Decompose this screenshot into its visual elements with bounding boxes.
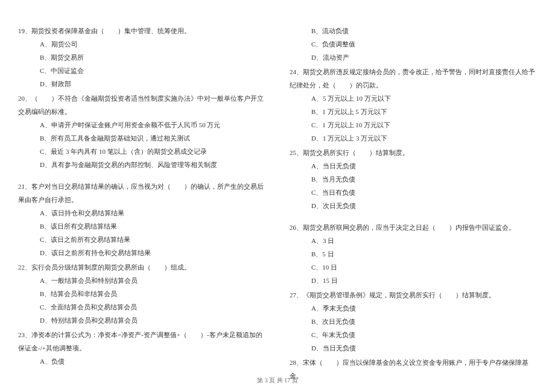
option-a: A、3 日 <box>290 234 537 247</box>
option-b: B、流动负债 <box>290 24 537 37</box>
question-text: 22、实行会员分级结算制度的期货交易所由（ ）组成。 <box>18 261 265 274</box>
question-21: 21、客户对当日交易结算结果的确认，应当视为对（ ）的确认，所产生的交易后果由客… <box>18 180 265 259</box>
option-a: A、负债 <box>18 355 265 368</box>
option-c: C、全面结算会员和交易结算会员 <box>18 300 265 314</box>
spacer <box>290 213 537 221</box>
question-25: 25、期货交易所实行（ ）结算制度。 A、当日无负债 B、当月无负债 C、当日有… <box>290 146 537 212</box>
question-24: 24、期货交易所违反规定接纳会员的，责令改正，给予警告，同时对直接责任人给予纪律… <box>290 65 537 145</box>
option-d: D、当日无负债 <box>290 341 537 355</box>
option-c: C、10 日 <box>290 261 537 274</box>
option-b: B、该日所有交易结算结果 <box>18 220 265 233</box>
option-a: A、当日无负债 <box>290 159 537 172</box>
question-text: 21、客户对当日交易结算结果的确认，应当视为对（ ）的确认，所产生的交易后果由客… <box>18 180 265 206</box>
option-a: A、一般结算会员和特别结算会员 <box>18 274 265 287</box>
option-c: C、1 万元以上 10 万元以下 <box>290 118 537 131</box>
option-d: D、特别结算会员和交易结算会员 <box>18 314 265 327</box>
spacer <box>18 172 265 180</box>
question-23-continued: B、流动负债 C、负债调整值 D、流动资产 <box>290 24 537 64</box>
question-19: 19、期货投资者保障基金由（ ）集中管理、统筹使用。 A、期货公司 B、期货交易… <box>18 24 265 90</box>
question-23: 23、净资本的计算公式为：净资本=净资产-资产调整值+（ ）-客户未足额追加的保… <box>18 328 265 368</box>
option-d: D、财政部 <box>18 77 265 90</box>
option-a: A、期货公司 <box>18 37 265 51</box>
page-content: 19、期货投资者保障基金由（ ）集中管理、统筹使用。 A、期货公司 B、期货交易… <box>0 0 555 390</box>
option-c: C、最近 3 年内具有 10 笔以上（含）的期货交易成交记录 <box>18 145 265 158</box>
option-d: D、该日之前所有持仓和交易结算结果 <box>18 246 265 259</box>
question-text: 23、净资本的计算公式为：净资本=净资产-资产调整值+（ ）-客户未足额追加的保… <box>18 328 265 355</box>
right-column: B、流动负债 C、负债调整值 D、流动资产 24、期货交易所违反规定接纳会员的，… <box>290 24 537 384</box>
option-b: B、1 万元以上 5 万元以下 <box>290 105 537 118</box>
question-27: 27、《期货交易管理条例》规定，期货交易所实行（ ）结算制度。 A、季末无负债 … <box>290 288 537 355</box>
option-d: D、具有参与金融期货交易的内部控制、风险管理等相关制度 <box>18 158 265 171</box>
option-d: D、15 日 <box>290 274 537 287</box>
option-a: A、5 万元以上 10 万元以下 <box>290 92 537 105</box>
option-c: C、中国证监会 <box>18 64 265 77</box>
page-footer: 第 3 页 共 17 页 <box>0 376 555 385</box>
question-26: 26、期货交易所联网交易的，应当于决定之日起（ ）内报告中国证监会。 A、3 日… <box>290 221 537 287</box>
option-c: C、当日有负债 <box>290 186 537 199</box>
question-text: 26、期货交易所联网交易的，应当于决定之日起（ ）内报告中国证监会。 <box>290 221 537 234</box>
option-b: B、次日无负债 <box>290 315 537 328</box>
option-a: A、该日持仓和交易结算结果 <box>18 206 265 220</box>
question-text: 24、期货交易所违反规定接纳会员的，责令改正，给予警告，同时对直接责任人给予纪律… <box>290 65 537 92</box>
question-22: 22、实行会员分级结算制度的期货交易所由（ ）组成。 A、一般结算会员和特别结算… <box>18 261 265 327</box>
option-c: C、负债调整值 <box>290 37 537 51</box>
question-text: 27、《期货交易管理条例》规定，期货交易所实行（ ）结算制度。 <box>290 288 537 302</box>
question-text: 19、期货投资者保障基金由（ ）集中管理、统筹使用。 <box>18 24 265 37</box>
option-b: B、当月无负债 <box>290 172 537 186</box>
option-b: B、5 日 <box>290 247 537 261</box>
option-c: C、年末无负债 <box>290 328 537 341</box>
question-text: 20、（ ）不符合《金融期货投资者适当性制度实施办法》中对一般单位客户开立交易编… <box>18 92 265 118</box>
left-column: 19、期货投资者保障基金由（ ）集中管理、统筹使用。 A、期货公司 B、期货交易… <box>18 24 265 384</box>
option-b: B、期货交易所 <box>18 51 265 64</box>
option-d: D、次日无负债 <box>290 199 537 212</box>
option-d: D、流动资产 <box>290 51 537 64</box>
option-a: A、申请开户时保证金账户可用资金余额不低于人民币 50 万元 <box>18 118 265 131</box>
option-d: D、1 万元以上 3 万元以下 <box>290 131 537 145</box>
option-b: B、所有员工具备金融期货基础知识，通过相关测试 <box>18 131 265 145</box>
option-b: B、结算会员和非结算会员 <box>18 287 265 300</box>
option-c: C、该日之前所有交易结算结果 <box>18 233 265 246</box>
question-text: 25、期货交易所实行（ ）结算制度。 <box>290 146 537 159</box>
option-a: A、季末无负债 <box>290 302 537 315</box>
question-20: 20、（ ）不符合《金融期货投资者适当性制度实施办法》中对一般单位客户开立交易编… <box>18 92 265 171</box>
